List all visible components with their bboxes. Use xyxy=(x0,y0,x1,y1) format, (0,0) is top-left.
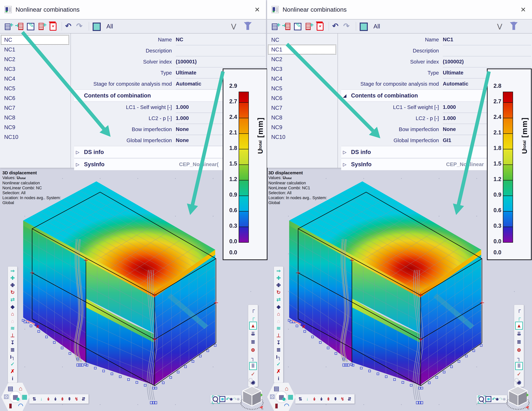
previous-view-button[interactable]: ↶◉ xyxy=(492,395,499,403)
list-item-NC3[interactable]: NC3 xyxy=(267,64,338,74)
layers-table-icon[interactable]: ≋ xyxy=(275,325,282,332)
zoom-selection-button[interactable] xyxy=(212,395,219,403)
frame-ghost-icon[interactable]: ⌂ xyxy=(275,317,282,325)
list-item-NC4[interactable]: NC4 xyxy=(267,74,338,84)
swap-icon[interactable]: ⇄ xyxy=(275,296,282,303)
view-3d-button[interactable] xyxy=(219,395,226,403)
navigation-cube[interactable]: ≡ xyxy=(240,385,264,411)
model-info-icon[interactable]: i xyxy=(275,375,282,382)
property-value[interactable]: NC xyxy=(176,34,265,45)
property-value[interactable] xyxy=(443,45,531,56)
list-item-NC4[interactable]: NC4 xyxy=(0,74,71,84)
node-result-icon[interactable]: ⊕ xyxy=(515,346,523,354)
move-node-icon[interactable]: ⇒ xyxy=(275,267,282,274)
model-info-icon[interactable]: i xyxy=(9,375,16,382)
beam-rendered-icon[interactable]: ┌ xyxy=(515,313,523,322)
redo-button[interactable]: ↷ xyxy=(75,21,85,31)
undo-button[interactable]: ↶ xyxy=(64,21,74,31)
list-item-NC5[interactable]: NC5 xyxy=(267,84,338,93)
fem-displacement-model[interactable]: x xyxy=(279,177,488,404)
arrows-alt-icon[interactable]: ⇵ xyxy=(80,395,87,402)
delete-combination-button[interactable] xyxy=(315,21,325,31)
axis-icon[interactable]: ⊥ xyxy=(275,332,282,339)
select-down-icon[interactable]: ↧ xyxy=(275,339,282,346)
move-node-icon[interactable]: ⇒ xyxy=(9,267,16,274)
list-item-NC10[interactable]: NC10 xyxy=(267,132,338,142)
frame-ghost-icon[interactable]: ⌂ xyxy=(9,317,16,325)
filter-icon[interactable] xyxy=(244,22,252,27)
property-value[interactable]: NC1 xyxy=(443,34,531,45)
list-item-NC10[interactable]: NC10 xyxy=(0,132,71,142)
chevron-down-icon[interactable]: ⋁ xyxy=(231,23,236,29)
swap-icon[interactable]: ⇄ xyxy=(9,296,16,303)
pin-graph-icon[interactable]: ↡ xyxy=(318,395,325,402)
fem-displacement-model[interactable]: x xyxy=(13,177,222,404)
list-item-NC8[interactable]: NC8 xyxy=(267,113,338,122)
property-value[interactable] xyxy=(176,45,265,56)
filter-icon[interactable] xyxy=(510,22,518,27)
list-item-NC1[interactable]: NC1 xyxy=(0,45,71,54)
insert-combination-button[interactable]: ➔ xyxy=(15,21,25,31)
insert-combination-button[interactable]: ➔ xyxy=(282,21,292,31)
previous-view-button[interactable]: ↶◉ xyxy=(226,395,233,403)
paint-props-icon[interactable]: ◆ xyxy=(9,303,16,310)
add-node-icon[interactable]: ✚ xyxy=(275,274,282,282)
pin-wave-icon[interactable]: ⇞ xyxy=(332,395,339,402)
list-item-NC7[interactable]: NC7 xyxy=(267,103,338,113)
section-icon[interactable]: I┐ xyxy=(9,353,16,361)
list-item-NC7[interactable]: NC7 xyxy=(0,103,71,113)
axis-icon[interactable]: ⊥ xyxy=(9,332,16,339)
filter-all-dropdown[interactable]: All xyxy=(373,23,380,30)
delete-combination-button[interactable] xyxy=(48,21,58,31)
next-view-button[interactable]: ↷◉ xyxy=(499,395,506,403)
table-delete-icon[interactable]: ✗ xyxy=(275,368,282,375)
beam-display-icon[interactable]: ┌ xyxy=(515,305,523,313)
copy-combination-button[interactable]: + xyxy=(37,21,47,31)
rotate-icon[interactable]: ↻ xyxy=(275,289,282,296)
list-item-NC2[interactable]: NC2 xyxy=(0,54,71,64)
property-value[interactable]: (100001) xyxy=(176,56,265,68)
rotate-icon[interactable]: ↻ xyxy=(9,289,16,296)
arrow-list-icon[interactable]: ↓ xyxy=(304,395,311,402)
add-node-icon[interactable]: ✚ xyxy=(9,274,16,282)
navigation-cube[interactable]: ≡ xyxy=(506,385,530,411)
view-3d-button[interactable] xyxy=(485,395,492,403)
results-display-icon[interactable]: ▲ xyxy=(515,322,523,330)
beam-display-icon[interactable]: ┌ xyxy=(249,305,257,313)
list-item-NC8[interactable]: NC8 xyxy=(0,113,71,122)
expand-icon[interactable]: ▷ xyxy=(343,162,346,167)
select-down-icon[interactable]: ↧ xyxy=(9,339,16,346)
list-item-NC5[interactable]: NC5 xyxy=(0,84,71,93)
redo-button[interactable]: ↷ xyxy=(342,21,352,31)
arrows-cycle-icon[interactable]: ⇅ xyxy=(297,395,304,402)
layers-table-icon[interactable]: ≋ xyxy=(9,325,16,332)
database-icon[interactable]: ≣ xyxy=(515,338,523,346)
list-graph-icon[interactable]: ↯ xyxy=(73,395,80,402)
list-item-NC6[interactable]: NC6 xyxy=(0,93,71,103)
frame-icon[interactable]: ⌂ xyxy=(275,310,282,317)
list-item-NC[interactable]: NC xyxy=(1,35,69,45)
list-item-NC[interactable]: NC xyxy=(267,35,338,45)
beam-rendered-icon[interactable]: ┌ xyxy=(249,313,257,322)
selection-check-icon[interactable]: ✓ xyxy=(249,370,257,378)
pin-list-icon[interactable]: ↡ xyxy=(311,395,318,402)
node-result-icon[interactable]: ⊕ xyxy=(249,346,257,354)
arrow-list-icon[interactable]: ↓ xyxy=(38,395,45,402)
selection-check-icon[interactable]: ✓ xyxy=(515,370,523,378)
list-item-NC6[interactable]: NC6 xyxy=(267,93,338,103)
expand-icon[interactable]: ◢ xyxy=(343,93,346,98)
close-icon[interactable]: × xyxy=(255,5,260,14)
table-delete-icon[interactable]: ✗ xyxy=(9,368,16,375)
edit-combination-button[interactable]: ✎ xyxy=(293,21,303,31)
copy-combination-button[interactable]: + xyxy=(304,21,314,31)
list-graph-icon[interactable]: ↯ xyxy=(339,395,346,402)
results-display-icon[interactable]: ▲ xyxy=(249,322,257,330)
pin-icon[interactable] xyxy=(248,378,253,382)
wheel-center-button[interactable]: ▦ xyxy=(9,391,22,403)
database-icon[interactable]: ≣ xyxy=(249,338,257,346)
pin-list-icon[interactable]: ↡ xyxy=(45,395,52,402)
list-item-NC9[interactable]: NC9 xyxy=(267,122,338,132)
arrows-cycle-icon[interactable]: ⇅ xyxy=(31,395,38,402)
frame-icon[interactable]: ⌂ xyxy=(9,310,16,317)
table-view-button[interactable] xyxy=(359,21,368,31)
